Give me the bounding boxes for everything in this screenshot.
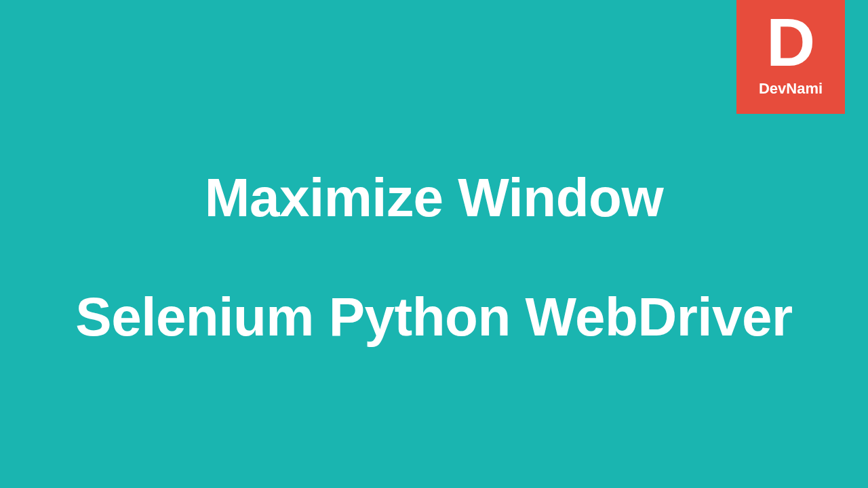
title-content: Maximize Window Selenium Python WebDrive… [0,0,868,488]
title-line-2: Selenium Python WebDriver [75,287,792,347]
title-line-1: Maximize Window [205,168,663,228]
